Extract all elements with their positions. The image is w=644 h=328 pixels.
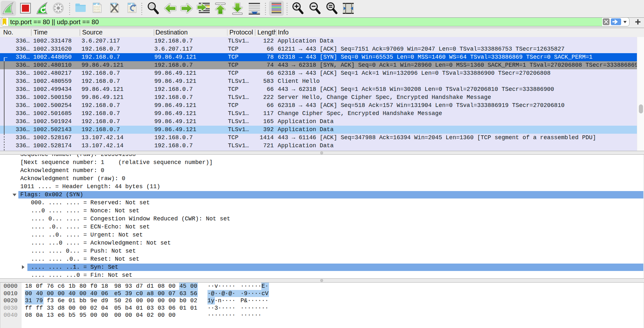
svg-text:01010: 01010 xyxy=(94,6,101,8)
svg-text:01101: 01101 xyxy=(94,8,101,11)
svg-text:01110: 01110 xyxy=(94,11,101,13)
